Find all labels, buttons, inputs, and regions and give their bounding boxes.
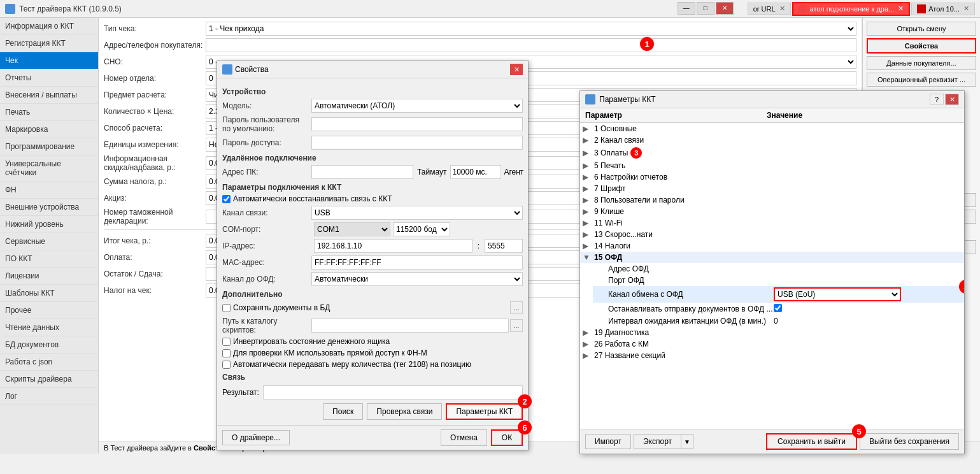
ofd-stop-checkbox[interactable] (774, 304, 782, 312)
sidebar-item-deposits[interactable]: Внесения / выплаты (0, 87, 98, 104)
ofd-channel-value-select[interactable]: USB (EoU) Интернет Ethernet Wi-Fi (774, 287, 901, 301)
tree-item-13[interactable]: ▶ 13 Скорос...нати (580, 229, 964, 240)
tree-item-ofd-interval[interactable]: Интервал ожидания квитанции ОФД (в мин.)… (593, 315, 964, 327)
direct-access-label[interactable]: Для проверки КМ использовать прямой дост… (222, 348, 427, 357)
result-input[interactable] (263, 385, 523, 399)
tree-item-7[interactable]: ▶ 7 Шрифт (580, 183, 964, 194)
tree-item-6[interactable]: ▶ 6 Настройки отчетов (580, 171, 964, 183)
sidebar-item-marking[interactable]: Маркировка (0, 121, 98, 138)
sidebar-item-programming[interactable]: Программирование (0, 138, 98, 155)
tree-item-19[interactable]: ▶ 19 Диагностика (580, 327, 964, 338)
tab-atol-10[interactable]: Атол 10... ✕ (911, 3, 975, 15)
tree-item-ofd-stop[interactable]: Останавливать отправку документов в ОФД … (593, 303, 964, 315)
customer-data-btn[interactable]: Данные покупателя... (867, 56, 976, 70)
params-tree[interactable]: ▶ 1 Основные ▶ 2 Канал связи ▶ 3 Оплаты … (580, 123, 964, 429)
tab-atol-active[interactable]: атол подключение к дра... ✕ (792, 2, 911, 16)
properties-close-btn[interactable]: ✕ (510, 64, 523, 75)
svoystva-btn[interactable]: Свойства (867, 38, 976, 54)
tree-item-ofd-port[interactable]: Порт ОФД (593, 275, 964, 286)
properties-dialog-title[interactable]: Свойства ✕ (217, 61, 528, 78)
scripts-input[interactable] (311, 319, 509, 333)
type-select[interactable]: 1 - Чек прихода (206, 22, 856, 36)
sidebar-item-log[interactable]: Лог (0, 388, 98, 405)
minimize-btn[interactable]: — (678, 2, 695, 15)
tree-item-26[interactable]: ▶ 26 Работа с КМ (580, 338, 964, 350)
folder-browse-btn[interactable]: ... (510, 301, 523, 314)
exit-no-save-btn[interactable]: Выйти без сохранения (860, 433, 959, 450)
tree-item-27[interactable]: ▶ 27 Название секций (580, 350, 964, 361)
close-btn[interactable]: ✕ (716, 2, 734, 15)
sidebar-item-licenses[interactable]: Лицензии (0, 268, 98, 285)
tree-item-9[interactable]: ▶ 9 Клише (580, 206, 964, 217)
sidebar-item-service[interactable]: Сервисные (0, 233, 98, 250)
open-shift-btn[interactable]: Открыть смену (867, 22, 976, 36)
sidebar-item-lower[interactable]: Нижний уровень (0, 216, 98, 233)
mac-input[interactable] (311, 255, 523, 269)
op-req-btn[interactable]: Операционный реквизит ... (867, 73, 976, 87)
import-btn[interactable]: Импорт (585, 434, 631, 449)
baud-select[interactable]: 115200 бод (393, 222, 450, 236)
user-pass-input[interactable] (311, 117, 523, 131)
params-close-btn[interactable]: ✕ (945, 94, 959, 105)
tab-or-url[interactable]: or URL ✕ (748, 3, 791, 15)
tree-item-14[interactable]: ▶ 14 Налоги (580, 240, 964, 252)
sidebar-item-reports[interactable]: Отчеты (0, 69, 98, 87)
com-select[interactable]: COM1 (314, 222, 390, 236)
export-btn[interactable]: Экспорт (634, 434, 681, 449)
auto-transfer-checkbox[interactable] (222, 361, 231, 369)
save-docs-label[interactable]: Сохранять документы в БД (222, 303, 330, 312)
cancel-btn[interactable]: Отмена (441, 429, 487, 446)
tree-item-8[interactable]: ▶ 8 Пользователи и пароли (580, 194, 964, 206)
tree-item-ofd-channel[interactable]: Канал обмена с ОФД USB (EoU) Интернет Et… (593, 286, 964, 303)
invert-checkbox[interactable] (222, 338, 231, 346)
customs-label: Номер таможеннойдекларации: (104, 208, 206, 226)
sidebar-item-sw[interactable]: ПО ККТ (0, 250, 98, 268)
sidebar-item-registration[interactable]: Регистрация ККТ (0, 35, 98, 52)
ok-btn[interactable]: ОК (491, 429, 523, 446)
direct-access-checkbox[interactable] (222, 349, 231, 357)
tree-item-2[interactable]: ▶ 2 Канал связи (580, 134, 964, 146)
maximize-btn[interactable]: □ (697, 2, 714, 15)
auto-restore-label[interactable]: Автоматически восстанавливать связь с КК… (222, 194, 392, 203)
sidebar-item-print[interactable]: Печать (0, 104, 98, 121)
access-pass-input[interactable] (311, 136, 523, 150)
auto-transfer-label[interactable]: Автоматически передавать меру количества… (222, 360, 471, 369)
sidebar-item-check[interactable]: Чек (0, 52, 98, 69)
scripts-browse-btn[interactable]: ... (510, 319, 523, 332)
tree-item-3[interactable]: ▶ 3 Оплаты 3 (580, 146, 964, 160)
sidebar-item-other[interactable]: Прочее (0, 302, 98, 319)
address-input[interactable] (206, 38, 856, 52)
pc-addr-input[interactable] (311, 165, 413, 179)
sidebar-item-fn[interactable]: ФН (0, 182, 98, 199)
sidebar-item-info[interactable]: Информация о ККТ (0, 18, 98, 35)
params-help-btn[interactable]: ? (930, 94, 944, 105)
save-docs-checkbox[interactable] (222, 304, 231, 312)
tree-item-5[interactable]: ▶ 5 Печать (580, 160, 964, 171)
auto-restore-checkbox[interactable] (222, 195, 231, 203)
sidebar-item-counters[interactable]: Универсальные счётчики (0, 155, 98, 182)
invert-label[interactable]: Инвертировать состояние денежного ящика (222, 337, 390, 346)
export-arrow-btn[interactable]: ▼ (681, 434, 693, 449)
tree-item-11[interactable]: ▶ 11 Wi-Fi (580, 217, 964, 229)
tree-item-15[interactable]: ▼ 15 ОФД (580, 252, 964, 263)
check-comm-btn[interactable]: Проверка связи (367, 403, 442, 420)
channel-select[interactable]: USB (311, 206, 523, 220)
port-input[interactable] (485, 239, 523, 253)
save-exit-btn[interactable]: Сохранить и выйти (766, 433, 857, 450)
sidebar-item-json[interactable]: Работа с json (0, 354, 98, 371)
sidebar-item-external[interactable]: Внешние устройства (0, 199, 98, 216)
about-btn[interactable]: О драйвере... (222, 430, 290, 445)
tree-item-ofd-addr[interactable]: Адрес ОФД (593, 263, 964, 275)
model-select[interactable]: Автоматически (АТОЛ) (311, 99, 523, 113)
sidebar-item-db[interactable]: БД документов (0, 336, 98, 354)
tree-item-1[interactable]: ▶ 1 Основные (580, 123, 964, 134)
search-btn[interactable]: Поиск (323, 403, 363, 420)
ofd-channel-select[interactable]: Автоматически (311, 272, 523, 286)
timeout-input[interactable] (450, 165, 501, 179)
ip-input[interactable] (314, 239, 472, 253)
sidebar-item-scripts[interactable]: Скрипты драйвера (0, 371, 98, 388)
sidebar-item-templates[interactable]: Шаблоны ККТ (0, 285, 98, 302)
params-dialog-title[interactable]: Параметры ККТ ? ✕ (580, 91, 964, 108)
sidebar-item-read[interactable]: Чтение данных (0, 319, 98, 336)
params-kkt-btn[interactable]: Параметры ККТ (446, 403, 523, 420)
